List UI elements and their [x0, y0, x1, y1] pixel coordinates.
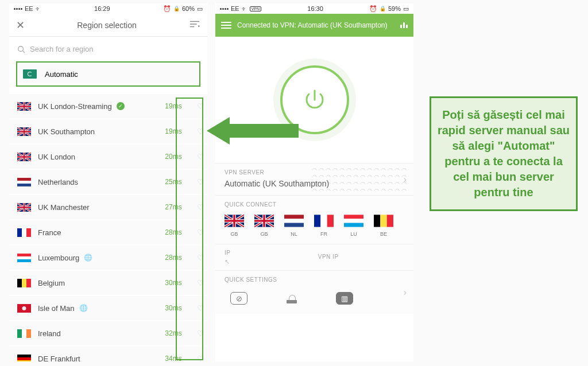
server-row[interactable]: Belgium 30ms ♡ [9, 271, 207, 295]
latency-value: 32ms [160, 329, 187, 337]
flag-icon [17, 178, 31, 186]
close-icon[interactable]: ✕ [16, 19, 25, 32]
server-name: UK Manchester [38, 203, 153, 212]
server-list: UK London-Streaming ✓ 19ms ♡ UK Southamp… [9, 94, 207, 361]
quick-connect-item[interactable]: LU [344, 215, 363, 237]
latency-value: 34ms [160, 355, 187, 361]
server-name: UK London-Streaming ✓ [38, 102, 153, 111]
quick-connect-item[interactable]: GB [225, 215, 244, 237]
country-code: LU [344, 231, 363, 237]
vpn-server-section[interactable]: VPN SERVER Automatic (UK Southampton) › [215, 163, 413, 195]
battery-icon: ▭ [403, 5, 409, 13]
search-input[interactable]: Search for a region [9, 37, 207, 61]
latency-value: 25ms [160, 178, 187, 186]
sort-icon[interactable] [189, 19, 200, 31]
globe-icon: 🌐 [79, 304, 88, 312]
quick-connect-item[interactable]: GB [254, 215, 274, 237]
server-row[interactable]: Luxembourg 🌐 28ms ♡ [9, 246, 207, 270]
latency-value: 28ms [160, 254, 187, 262]
server-row[interactable]: UK London 20ms ♡ [9, 145, 207, 169]
server-name: France [38, 228, 153, 237]
callout-text: Poți să găsești cel mai rapid server man… [438, 108, 570, 198]
network-icon[interactable] [283, 292, 300, 305]
quick-connect-item[interactable]: FR [314, 215, 334, 237]
server-name: UK London [38, 153, 153, 161]
quick-connect-item[interactable]: NL [284, 215, 304, 237]
favorite-icon[interactable]: ♡ [194, 278, 207, 287]
favorite-icon[interactable]: ♡ [194, 152, 207, 161]
latency-value: 19ms [160, 127, 187, 135]
server-row[interactable]: Ireland 32ms ♡ [9, 321, 207, 345]
server-row[interactable]: UK London-Streaming ✓ 19ms ♡ [9, 94, 207, 118]
flag-icon [17, 304, 31, 313]
server-name: Ireland [38, 329, 153, 338]
server-name: Belgium [38, 279, 153, 287]
carrier-label: EE [231, 5, 239, 12]
clock: 16:29 [94, 5, 110, 12]
flag-icon [374, 215, 393, 227]
favorite-icon[interactable]: ♡ [194, 354, 207, 361]
svg-point-29 [18, 46, 24, 51]
favorite-icon[interactable]: ♡ [194, 102, 207, 111]
automatic-icon [23, 69, 37, 79]
region-header: ✕ Region selection [9, 14, 207, 37]
clock: 16:30 [307, 5, 323, 12]
chevron-right-icon: › [404, 174, 407, 185]
flag-icon [254, 215, 274, 227]
lock-icon: 🔒 [380, 6, 386, 11]
server-row[interactable]: UK Manchester 27ms ♡ [9, 195, 207, 219]
annotation-arrow [207, 115, 299, 147]
phone-region-selection: EE ᯤ 16:29 ⏰ 🔒 60% ▭ ✕ Region selection … [9, 3, 207, 361]
quick-connect-item[interactable]: BE [374, 215, 393, 237]
favorite-icon[interactable]: ♡ [194, 203, 207, 212]
favorite-icon[interactable]: ♡ [194, 303, 207, 313]
menu-icon[interactable] [221, 22, 231, 29]
server-name: DE Frankfurt [38, 355, 153, 362]
favorite-icon[interactable]: ♡ [194, 177, 207, 186]
app-header: Connected to VPN: Automatic (UK Southamp… [215, 14, 413, 37]
lock-icon: 🔒 [173, 6, 180, 11]
server-row[interactable]: Netherlands 25ms ♡ [9, 170, 207, 194]
latency-value: 27ms [160, 203, 187, 211]
server-name: Luxembourg 🌐 [38, 254, 153, 262]
automatic-label: Automatic [45, 70, 78, 79]
ip-label: IP [225, 250, 311, 256]
search-icon [17, 45, 25, 53]
latency-value: 30ms [160, 279, 187, 287]
killswitch-icon[interactable]: ⊘ [230, 292, 247, 305]
svg-point-28 [198, 25, 200, 27]
settings-tile-icon[interactable]: ▥ [336, 292, 353, 305]
latency-value: 20ms [160, 153, 187, 161]
flag-icon [17, 203, 31, 212]
server-row[interactable]: Isle of Man 🌐 30ms ♡ [9, 296, 207, 320]
alarm-icon: ⏰ [163, 5, 171, 13]
favorite-icon[interactable]: ♡ [194, 228, 207, 237]
quick-connect-label: QUICK CONNECT [225, 201, 404, 208]
favorite-icon[interactable]: ♡ [194, 329, 207, 338]
server-row[interactable]: DE Frankfurt 34ms ♡ [9, 346, 207, 361]
region-select-icon[interactable] [400, 22, 408, 28]
flag-icon [17, 355, 31, 362]
ip-section: IP ↖ VPN IP [215, 244, 413, 270]
flag-icon [17, 228, 31, 237]
server-row[interactable]: France 28ms ♡ [9, 220, 207, 244]
favorite-icon[interactable]: ♡ [194, 127, 207, 136]
region-title: Region selection [77, 21, 137, 30]
vpn-badge: VPN [250, 6, 261, 11]
phone-connected: EE ᯤ VPN 16:30 ⏰ 🔒 59% ▭ Connected to VP… [215, 3, 413, 361]
favorite-icon[interactable]: ♡ [194, 253, 207, 262]
svg-line-30 [23, 50, 25, 53]
automatic-row[interactable]: Automatic [16, 61, 200, 87]
country-code: BE [374, 231, 393, 237]
flag-icon [17, 254, 31, 262]
search-placeholder: Search for a region [30, 45, 94, 53]
flag-icon [284, 215, 304, 227]
chevron-right-icon: › [404, 287, 407, 298]
power-icon [301, 86, 328, 114]
quick-settings-section: QUICK SETTINGS › ⊘ ▥ [215, 270, 413, 314]
server-row[interactable]: UK Southampton 19ms ♡ [9, 119, 207, 143]
alarm-icon: ⏰ [369, 5, 377, 13]
svg-marker-31 [207, 117, 299, 145]
signal-icon [220, 8, 229, 10]
battery-label: 59% [388, 5, 401, 12]
